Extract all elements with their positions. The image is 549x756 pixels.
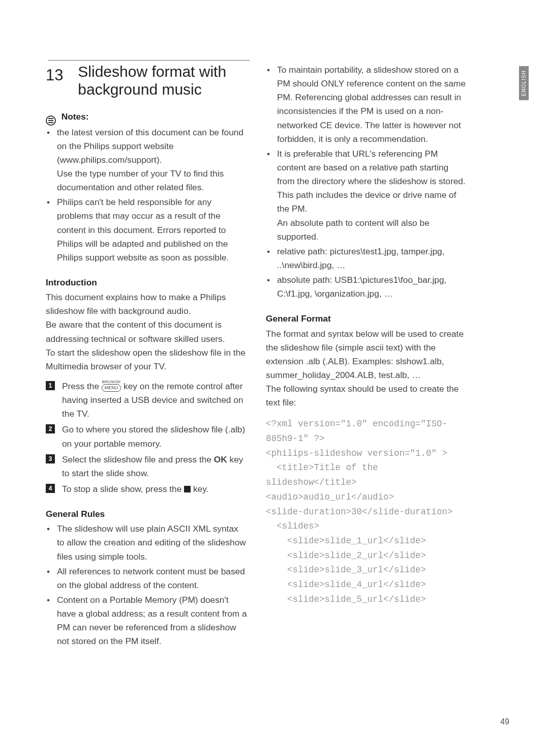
general-format-heading: General Format <box>266 312 468 326</box>
step-text: Select the slideshow file and press the <box>62 454 214 464</box>
section-title-line2: background music <box>78 81 201 98</box>
step-number-icon: 1 <box>46 381 55 390</box>
note-icon <box>46 115 56 126</box>
step-number-icon: 4 <box>46 484 55 493</box>
format-paragraph: The following syntax should be used to c… <box>266 382 468 410</box>
rule-item: Content on a Portable Memory (PM) doesn'… <box>46 593 248 649</box>
step-text: key. <box>191 484 208 494</box>
intro-paragraph: To start the slideshow open the slidesho… <box>46 346 248 373</box>
notes-list: the latest version of this document can … <box>46 126 248 265</box>
step-text: To stop a slide show, press the <box>62 484 184 494</box>
introduction-heading: Introduction <box>46 276 248 289</box>
ok-key-label: OK <box>214 454 227 464</box>
rules-list-left: The slideshow will use plain ASCII XML s… <box>46 522 248 648</box>
stop-key-icon <box>184 486 191 492</box>
step-item: 2 Go to where you stored the slideshow f… <box>46 423 248 450</box>
step-number-icon: 3 <box>46 454 55 463</box>
step-item: 3 Select the slideshow file and press th… <box>46 453 248 480</box>
step-number-icon: 2 <box>46 424 55 433</box>
heading-rule <box>48 60 250 61</box>
step-text: Press the <box>62 381 102 391</box>
notes-text: the latest version of this document can … <box>57 127 243 165</box>
menu-key-graphic: BROWSEMENU <box>102 380 121 392</box>
rule-text: It is preferable that URL's referencing … <box>277 149 466 214</box>
right-column: To maintain portability, a slideshow sto… <box>266 51 468 650</box>
section-title: Slideshow format with background music <box>78 63 226 98</box>
menu-key-icon: MENU <box>102 384 121 392</box>
rule-item: To maintain portability, a slideshow sto… <box>266 63 468 146</box>
rule-item: It is preferable that URL's referencing … <box>266 147 468 244</box>
rule-item: The slideshow will use plain ASCII XML s… <box>46 522 248 563</box>
steps-list: 1 Press the BROWSEMENU key on the remote… <box>46 380 248 496</box>
rules-list-right: To maintain portability, a slideshow sto… <box>266 63 468 301</box>
step-item: 4 To stop a slide show, press the key. <box>46 482 248 496</box>
notes-label: Notes: <box>62 111 89 122</box>
section-number: 13 <box>46 63 63 88</box>
format-paragraph: The format and syntax below will be used… <box>266 327 468 383</box>
notes-header-line: Notes: <box>46 110 248 126</box>
step-item: 1 Press the BROWSEMENU key on the remote… <box>46 380 248 421</box>
section-title-line1: Slideshow format with <box>78 63 226 80</box>
intro-paragraph: Be aware that the content of this docume… <box>46 318 248 345</box>
notes-text: Use the type number of your TV to find t… <box>57 168 224 192</box>
notes-item: Philips can't be held responsible for an… <box>46 195 248 265</box>
general-rules-heading: General Rules <box>46 507 248 521</box>
xml-code-block: <?xml version="1.0" encoding="ISO-885h9-… <box>266 417 468 606</box>
rule-item: All references to network content must b… <box>46 565 248 592</box>
step-text: Go to where you stored the slideshow fil… <box>62 424 245 448</box>
language-tab: ENGLISH <box>519 66 529 100</box>
rule-item: relative path: pictures\test1.jpg, tampe… <box>266 245 468 272</box>
intro-paragraph: This document explains how to make a Phi… <box>46 290 248 318</box>
notes-item: the latest version of this document can … <box>46 126 248 195</box>
rule-item: absolute path: USB1:\pictures1\foo_bar.j… <box>266 273 468 301</box>
section-heading: 13 Slideshow format with background musi… <box>46 63 248 99</box>
rule-text: An absolute path to content will also be… <box>277 218 430 242</box>
left-column: 13 Slideshow format with background musi… <box>46 51 248 650</box>
browse-label: BROWSE <box>102 380 121 384</box>
page-number: 49 <box>500 717 509 726</box>
